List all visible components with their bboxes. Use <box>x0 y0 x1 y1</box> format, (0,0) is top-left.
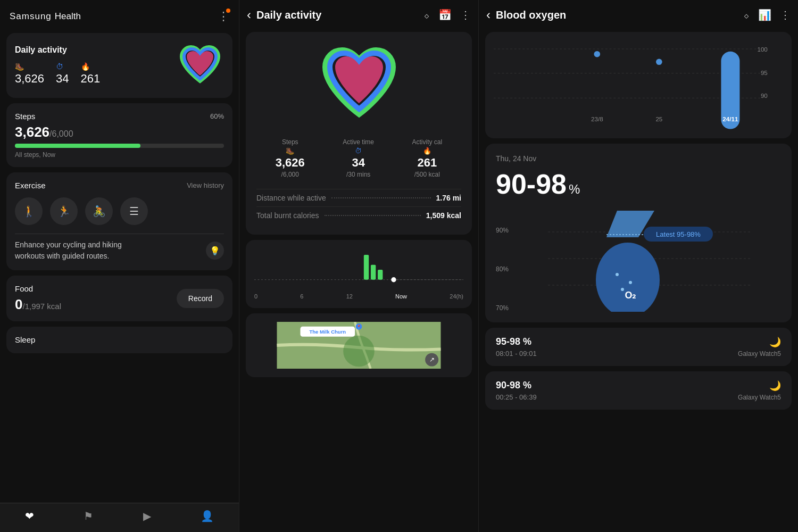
reading-1-right: 🌙 Galaxy Watch5 <box>738 336 781 358</box>
lightbulb-button[interactable]: 💡 <box>206 242 224 260</box>
da-steps-stat: 🥾 3,626 <box>15 62 44 86</box>
da-calories-stat: 🔥 261 <box>81 62 101 86</box>
daily-activity-left: Daily activity 🥾 3,626 ⏱ 34 🔥 261 <box>15 45 100 86</box>
svg-point-34 <box>621 288 624 291</box>
sleep-card[interactable]: Sleep <box>6 327 232 353</box>
food-value: 0 <box>15 296 22 312</box>
steps-goal: /6,000 <box>49 129 73 138</box>
panel2-header-actions: ⬦ 📅 ⋮ <box>423 9 471 21</box>
svg-rect-1 <box>364 255 369 280</box>
map-card[interactable]: The Milk Churn 📍 ↗ <box>246 313 472 377</box>
calories-icon: 🔥 <box>81 62 90 71</box>
activity-stats-row: Steps 🥾 3,626 /6,000 Active time ⏱ 34 /3… <box>256 138 461 178</box>
da-active-value: 34 <box>56 72 69 86</box>
panel2-header: ‹ Daily activity ⬦ 📅 ⋮ <box>239 0 478 28</box>
stat-steps: Steps 🥾 3,626 /6,000 <box>276 138 305 178</box>
svg-text:90: 90 <box>761 92 768 99</box>
o2-y-70: 70% <box>496 304 509 312</box>
reading-1-left: 95-98 % 08:01 - 09:01 <box>496 336 537 358</box>
reading-1-device: Galaxy Watch5 <box>738 350 781 358</box>
stat-calories: Activity cal 🔥 261 /500 kcal <box>412 138 443 178</box>
exercise-divider <box>15 234 224 234</box>
o2-y-90: 90% <box>496 227 509 234</box>
exercise-type-icons: 🚶 🏃 🚴 ☰ <box>15 197 224 225</box>
svg-point-20 <box>594 51 600 57</box>
active-icon: ⏱ <box>56 62 63 71</box>
steps-value-row: 3,626/6,000 <box>15 124 224 140</box>
panel3-header-actions: ⬦ 📊 ⋮ <box>743 9 791 21</box>
o2-range-number: 90-98 <box>496 168 567 200</box>
panel2-back-button[interactable]: ‹ <box>247 7 251 22</box>
nav-home[interactable]: ❤ <box>25 510 34 522</box>
activity-chart <box>254 248 463 291</box>
panel3-back-button[interactable]: ‹ <box>486 7 491 22</box>
panel3-header: ‹ Blood oxygen ⬦ 📊 ⋮ <box>479 0 798 28</box>
distance-value: 1.76 mi <box>436 194 461 202</box>
activity-detail-card: Steps 🥾 3,626 /6,000 Active time ⏱ 34 /3… <box>246 32 472 235</box>
panel1-menu-button[interactable]: ⋮ <box>218 10 229 23</box>
panel3-share-icon[interactable]: ⬦ <box>743 9 750 21</box>
exercise-title: Exercise <box>15 181 46 190</box>
svg-text:The Milk Churn: The Milk Churn <box>309 329 346 335</box>
da-active-stat: ⏱ 34 <box>56 62 69 86</box>
da-steps-value: 3,626 <box>15 72 44 86</box>
svg-text:↗: ↗ <box>429 356 435 363</box>
calories-label: Total burnt calories <box>256 211 319 220</box>
svg-text:📍: 📍 <box>356 325 362 329</box>
share-icon[interactable]: ⬦ <box>423 9 430 21</box>
da-calories-value: 261 <box>81 72 101 86</box>
run-button[interactable]: 🏃 <box>50 197 78 225</box>
svg-text:24/11: 24/11 <box>722 115 738 122</box>
steps-card[interactable]: Steps 60% 3,626/6,000 All steps, Now <box>6 103 232 167</box>
panel-blood-oxygen: ‹ Blood oxygen ⬦ 📊 ⋮ 100 95 90 <box>479 0 798 532</box>
big-heart-rings <box>317 43 402 128</box>
reading-2-range: 90-98 % <box>496 380 537 391</box>
o2-range-value: 90-98 % <box>496 168 781 200</box>
daily-activity-card[interactable]: Daily activity 🥾 3,626 ⏱ 34 🔥 261 <box>6 33 232 98</box>
food-title: Food <box>15 284 61 293</box>
chart-x-labels: 0 6 12 Now 24(h) <box>254 293 463 300</box>
blood-oxygen-graph-card: 100 95 90 23/8 25 24/11 <box>485 32 792 138</box>
panel-samsung-health: Samsung Health ⋮ Daily activity 🥾 3,626 … <box>0 0 239 532</box>
panel3-menu-icon[interactable]: ⋮ <box>780 9 791 21</box>
active-stat-value: 34 <box>352 156 364 170</box>
svg-point-33 <box>629 281 632 284</box>
moon-icon-1: 🌙 <box>769 336 781 348</box>
calendar-icon[interactable]: 📅 <box>438 9 452 21</box>
blood-oxygen-reading-card: Thu, 24 Nov 90-98 % 90% 80% 70% <box>485 144 792 322</box>
steps-progress-bg <box>15 144 224 148</box>
walk-button[interactable]: 🚶 <box>15 197 43 225</box>
reading-1-time: 08:01 - 09:01 <box>496 350 537 358</box>
svg-point-32 <box>616 273 619 276</box>
nav-flag[interactable]: ⚑ <box>84 510 93 522</box>
svg-point-21 <box>656 59 662 65</box>
panel3-header-left: ‹ Blood oxygen <box>486 7 566 22</box>
calories-row: Total burnt calories 1,509 kcal <box>256 206 461 224</box>
reading-2-time: 00:25 - 06:39 <box>496 393 537 401</box>
o2-y-80: 80% <box>496 265 509 273</box>
panel1-content: Daily activity 🥾 3,626 ⏱ 34 🔥 261 <box>0 29 239 503</box>
daily-activity-stats: 🥾 3,626 ⏱ 34 🔥 261 <box>15 62 100 86</box>
daily-activity-heart-rings <box>176 41 224 89</box>
distance-dots <box>331 197 431 198</box>
panel1-header: Samsung Health ⋮ <box>0 0 239 29</box>
cal-stat-value: 261 <box>418 156 437 170</box>
exercise-header: Exercise View history <box>15 181 224 190</box>
nav-play[interactable]: ▶ <box>143 510 151 522</box>
svg-text:95: 95 <box>761 69 768 76</box>
food-card: Food 0/1,997 kcal Record <box>6 276 232 321</box>
nav-person[interactable]: 👤 <box>201 510 214 522</box>
menu-icon[interactable]: ⋮ <box>460 9 471 21</box>
view-history-link[interactable]: View history <box>187 181 224 189</box>
panel2-content: Steps 🥾 3,626 /6,000 Active time ⏱ 34 /3… <box>239 28 478 532</box>
svg-point-13 <box>343 336 375 367</box>
list-button[interactable]: ☰ <box>120 197 148 225</box>
active-stat-label: Active time <box>343 138 374 146</box>
record-button[interactable]: Record <box>177 289 224 308</box>
panel2-title: Daily activity <box>256 9 321 21</box>
panel3-bars-icon[interactable]: 📊 <box>758 9 771 21</box>
svg-text:Latest 95-98%: Latest 95-98% <box>656 230 701 238</box>
cycle-button[interactable]: 🚴 <box>85 197 113 225</box>
calories-value: 1,509 kcal <box>426 211 461 220</box>
food-left: Food 0/1,997 kcal <box>15 284 61 313</box>
